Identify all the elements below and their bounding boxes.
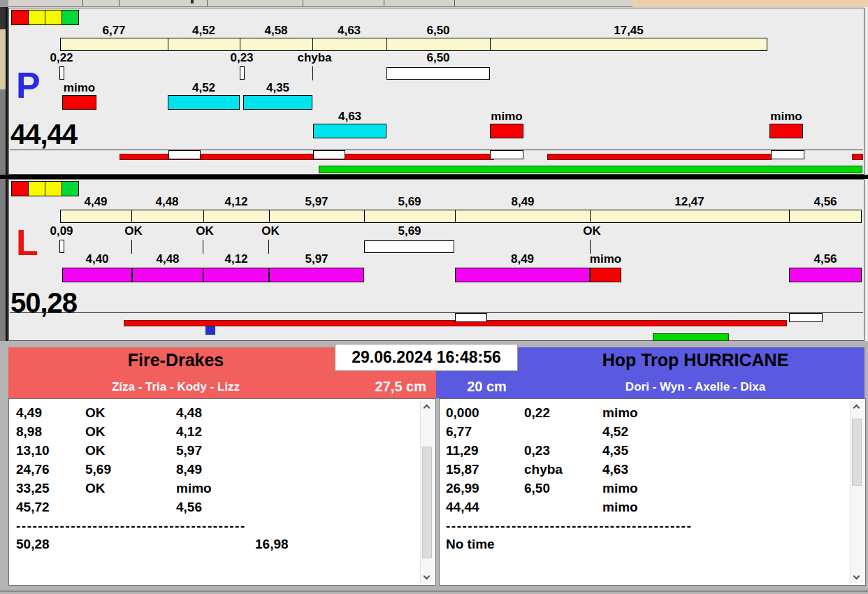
window-top-edge [0, 0, 868, 7]
lap-time-label: 4,35 [228, 82, 328, 94]
team-right-results-table: 0,0000,22mimo6,774,5211,290,234,3515,87c… [439, 398, 866, 586]
scroll-down-icon[interactable] [424, 573, 431, 580]
result-cell: 6,77 [446, 423, 472, 440]
result-cell: OK [85, 442, 106, 459]
scrollbar-thumb[interactable] [852, 419, 862, 486]
ruler-segment-label: 6,77 [60, 24, 168, 36]
team-left-jump-height: 27,5 cm [375, 379, 426, 395]
ruler-divider [168, 38, 168, 51]
split-status-label: 0,23 [207, 52, 277, 64]
status-light [62, 10, 79, 25]
split-status-label: OK [557, 225, 627, 237]
split-marker-tick [312, 66, 313, 80]
top-edge-tick [303, 0, 303, 6]
lap-time-label: mimo [574, 253, 637, 265]
subtrack-baseline [10, 150, 863, 150]
subtrack-baseline [10, 312, 863, 313]
status-light [11, 10, 29, 25]
scroll-up-icon[interactable] [424, 405, 431, 412]
split-status-label: 0,09 [27, 225, 96, 237]
top-edge-tick [119, 0, 120, 6]
lap-time-label: mimo [475, 110, 539, 122]
left-edge-shadow [0, 89, 6, 341]
lap-bar [243, 95, 312, 110]
status-light [62, 181, 79, 196]
ruler-divider [386, 38, 387, 51]
lap-time-label: 4,63 [298, 110, 402, 122]
team-right-name: Hop Trop HURRICANE [526, 350, 865, 370]
split-marker-range [386, 67, 490, 80]
team-left-name: Fire-Drakes [8, 350, 343, 370]
ruler-divider [364, 210, 365, 223]
lap-time-label: mimo [754, 110, 818, 122]
lap-bar [132, 268, 203, 282]
result-cell: OK [85, 423, 106, 440]
result-cell: 0,23 [524, 442, 550, 459]
left-edge-shadow [0, 7, 6, 29]
result-cell: 4,12 [176, 423, 202, 440]
team-total-time: No time [446, 536, 495, 553]
top-edge-mark [191, 0, 194, 3]
lap-bar [62, 268, 132, 282]
split-status-label: OK [99, 225, 168, 237]
split-marker-tick [131, 240, 132, 254]
scroll-up-icon[interactable] [853, 405, 860, 412]
subtrack-marker-box [313, 150, 345, 159]
team-right-scrollbar[interactable] [850, 400, 864, 584]
flyball-timing-app: P6,774,524,584,636,5017,450,220,23chyba6… [0, 0, 868, 594]
ruler-segment-label: 8,49 [455, 196, 591, 208]
lane-p-letter: P [16, 67, 41, 103]
result-cell: 33,25 [16, 480, 50, 497]
scroll-down-icon[interactable] [853, 573, 860, 580]
left-edge-border [6, 7, 8, 341]
result-cell: 26,99 [446, 480, 479, 497]
subtrack-marker-box [455, 313, 487, 322]
ruler-segment-label: 4,52 [168, 24, 240, 36]
ruler-divider [590, 210, 591, 223]
subtrack-marker-box [168, 150, 201, 159]
ruler-segment-label: 4,12 [203, 196, 269, 208]
split-status-label: 6,50 [403, 52, 473, 64]
split-status-label: OK [236, 225, 305, 237]
lane-l-panel: L4,494,484,125,975,698,4912,474,560,09OK… [8, 179, 865, 341]
split-marker-range [364, 240, 454, 253]
background-window-strip [632, 0, 868, 7]
result-cell: 44,44 [446, 499, 479, 516]
split-marker-tick [268, 240, 269, 254]
split-status-label: 5,69 [375, 225, 444, 237]
lap-bar [203, 268, 269, 282]
result-cell: 4,48 [176, 405, 202, 421]
left-edge-background-window [0, 29, 6, 89]
result-cell: 4,63 [602, 461, 628, 478]
status-light [28, 10, 45, 25]
results-separator: ----------------------------------------… [446, 518, 692, 535]
lap-time-label: 4,56 [774, 253, 868, 265]
result-cell: mimo [176, 480, 212, 497]
team-right-members: Dori - Wyn - Axelle - Dixa [526, 380, 865, 394]
top-edge-tick [207, 0, 208, 6]
team-secondary-total: 16,98 [255, 536, 289, 553]
lap-bar [62, 95, 96, 110]
result-cell: 4,52 [602, 423, 628, 440]
status-light [11, 181, 29, 196]
result-cell: 13,10 [16, 442, 50, 459]
ruler-segment-label: 17,45 [490, 24, 767, 36]
subtrack-green-bar [319, 166, 862, 173]
split-status-label: OK [170, 225, 240, 237]
ruler-segment-label: 4,58 [240, 24, 312, 36]
team-left-scrollbar[interactable] [420, 400, 434, 584]
scrollbar-thumb[interactable] [422, 447, 432, 558]
result-cell: chyba [524, 461, 563, 478]
team-left-results-body: 4,49OK4,488,98OK4,1213,10OK5,9724,765,69… [9, 399, 419, 585]
results-separator: ----------------------------------------… [16, 518, 246, 535]
result-cell: 6,50 [524, 480, 550, 497]
result-cell: 4,56 [176, 499, 202, 516]
ruler-segment-label: 4,63 [312, 24, 386, 36]
status-light [45, 10, 62, 25]
top-edge-tick [454, 0, 455, 6]
subtrack-red-bar [547, 154, 772, 160]
lap-bar [490, 124, 523, 138]
ruler-divider [240, 38, 240, 51]
subtrack-marker-box [789, 313, 823, 322]
lap-bar [168, 95, 240, 110]
